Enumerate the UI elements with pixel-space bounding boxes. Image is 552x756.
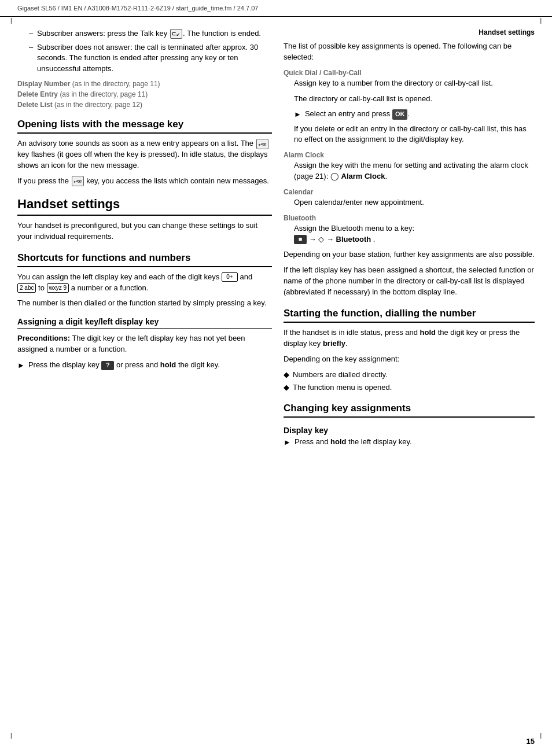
section-rule-6 bbox=[284, 416, 535, 418]
preconditions-text: Preconditions: The digit key or the left… bbox=[17, 333, 272, 355]
right-column: Handset settings The list of possible ke… bbox=[284, 28, 535, 451]
header-text: Gigaset SL56 / IM1 EN / A31008-M1752-R11… bbox=[17, 5, 258, 12]
bluetooth-content: Assign the Bluetooth menu to a key: ■ → … bbox=[294, 223, 535, 245]
diamond-text-1: Numbers are dialled directly. bbox=[293, 370, 388, 380]
delete-list-label: Delete List (as in the directory, page 1… bbox=[17, 101, 272, 109]
diamond-text-2: The function menu is opened. bbox=[293, 382, 392, 393]
diamond-symbol-1: ◆ bbox=[284, 370, 289, 380]
diamond-symbol-2: ◆ bbox=[284, 382, 289, 393]
precond-label: Preconditions: bbox=[17, 334, 70, 342]
section-heading-changing: Changing key assignments bbox=[284, 402, 535, 414]
arrow-text-2: Select an entry and press OK. bbox=[305, 109, 410, 119]
arrow-item-hold-display: ► Press and hold the left display key. bbox=[284, 437, 535, 448]
corner-mark-br: | bbox=[540, 732, 542, 739]
section-rule-3 bbox=[17, 266, 272, 267]
right-intro: The list of possible key assignments is … bbox=[284, 41, 535, 63]
left-column: Subscriber answers: press the Talk key ⊏… bbox=[17, 28, 272, 451]
message-key-icon-1: ↵✉ bbox=[256, 139, 268, 149]
dash-item-1: Subscriber answers: press the Talk key ⊏… bbox=[29, 28, 272, 39]
display-number-label: Display Number (as in the directory, pag… bbox=[17, 80, 272, 88]
talk-key-icon: ⊏↙ bbox=[170, 29, 182, 39]
bluetooth-menu-icon: ■ bbox=[294, 235, 307, 244]
cat-label-calendar: Calendar bbox=[284, 188, 535, 196]
section-label-right: Handset settings bbox=[284, 28, 535, 36]
alarm-content: Assign the key with the menu for setting… bbox=[294, 160, 535, 182]
section-heading-starting: Starting the function, dialling the numb… bbox=[284, 307, 535, 319]
cat-label-bluetooth: Bluetooth bbox=[284, 214, 535, 222]
diamond-item-2: ◆ The function menu is opened. bbox=[284, 382, 535, 393]
header-bar: Gigaset SL56 / IM1 EN / A31008-M1752-R11… bbox=[0, 0, 552, 17]
section-rule-1 bbox=[17, 132, 272, 134]
section-rule-5 bbox=[284, 322, 535, 323]
bluetooth-arrow1: → bbox=[309, 235, 319, 244]
page-number: 15 bbox=[527, 737, 535, 746]
quick-dial-body2: The directory or call-by-call list is op… bbox=[294, 94, 535, 105]
arrow-symbol-2: ► bbox=[294, 109, 301, 120]
dash-item-2: Subscriber does not answer: the call is … bbox=[29, 42, 272, 74]
diamond-item-1: ◆ Numbers are dialled directly. bbox=[284, 370, 535, 380]
bluetooth-arrow2: → bbox=[326, 235, 336, 244]
right-para2: If the left display key has been assigne… bbox=[284, 265, 535, 298]
quick-dial-note: If you delete or edit an entry in the di… bbox=[294, 124, 535, 146]
arrow-text-1: Press the display key ? or press and hol… bbox=[28, 360, 220, 370]
bluetooth-body: Assign the Bluetooth menu to a key: ■ → … bbox=[294, 223, 535, 245]
bluetooth-label: Bluetooth bbox=[336, 235, 371, 244]
section-heading-opening-lists: Opening lists with the message key bbox=[17, 118, 272, 130]
corner-mark-tl: | bbox=[10, 17, 12, 24]
section-heading-shortcuts: Shortcuts for functions and numbers bbox=[17, 252, 272, 264]
calendar-body: Open calendar/enter new appointment. bbox=[294, 197, 535, 208]
opening-lists-para2: If you press the ↵✉ key, you access the … bbox=[17, 176, 272, 187]
cat-label-quick-dial: Quick Dial / Call-by-Call bbox=[284, 69, 535, 77]
right-para1: Depending on your base station, further … bbox=[284, 249, 535, 260]
key-9-icon: wxyz 9 bbox=[47, 283, 69, 293]
question-btn: ? bbox=[101, 361, 114, 370]
starting-body1: If the handset is in idle status, press … bbox=[284, 327, 535, 349]
section-rule-2 bbox=[17, 215, 272, 216]
key-0-icon: 0+ bbox=[222, 272, 238, 282]
opening-lists-para1: An advisory tone sounds as soon as a new… bbox=[17, 138, 272, 171]
key-2-icon: 2 abc bbox=[17, 283, 36, 293]
bluetooth-diamond: ◇ bbox=[318, 235, 324, 244]
quick-dial-body1: Assign key to a number from the director… bbox=[294, 78, 535, 89]
cat-label-alarm: Alarm Clock bbox=[284, 151, 535, 159]
content-area: Subscriber answers: press the Talk key ⊏… bbox=[0, 17, 552, 463]
arrow-item-select-entry: ► Select an entry and press OK. bbox=[294, 109, 535, 120]
arrow-item-press-display: ► Press the display key ? or press and h… bbox=[17, 360, 272, 371]
corner-mark-bl: | bbox=[10, 732, 12, 739]
starting-body2: Depending on the key assignment: bbox=[284, 354, 535, 365]
sub-heading-assigning: Assigning a digit key/left display key bbox=[17, 317, 272, 326]
delete-entry-label: Delete Entry (as in the directory, page … bbox=[17, 90, 272, 98]
shortcuts-body1: You can assign the left display key and … bbox=[17, 272, 272, 294]
arrow-text-3: Press and hold the left display key. bbox=[295, 437, 412, 447]
section-heading-handset-settings: Handset settings bbox=[17, 197, 272, 212]
section-rule-4 bbox=[17, 328, 272, 329]
quick-dial-content: Assign key to a number from the director… bbox=[294, 78, 535, 146]
shortcuts-body2: The number is then dialled or the functi… bbox=[17, 298, 272, 309]
alarm-icon: ◯ bbox=[330, 172, 339, 180]
dash-list: Subscriber answers: press the Talk key ⊏… bbox=[29, 28, 272, 74]
ok-button: OK bbox=[392, 109, 408, 119]
sub-heading-display-key: Display key bbox=[284, 426, 535, 435]
message-key-icon-2: ↵✉ bbox=[72, 176, 84, 186]
handset-settings-body: Your handset is preconfigured, but you c… bbox=[17, 220, 272, 242]
arrow-symbol-1: ► bbox=[17, 360, 25, 371]
corner-mark-tr: | bbox=[540, 17, 542, 24]
alarm-body: Assign the key with the menu for setting… bbox=[294, 160, 535, 182]
page-container: | | | | Gigaset SL56 / IM1 EN / A31008-M… bbox=[0, 0, 552, 756]
arrow-symbol-3: ► bbox=[284, 437, 291, 448]
calendar-content: Open calendar/enter new appointment. bbox=[294, 197, 535, 208]
